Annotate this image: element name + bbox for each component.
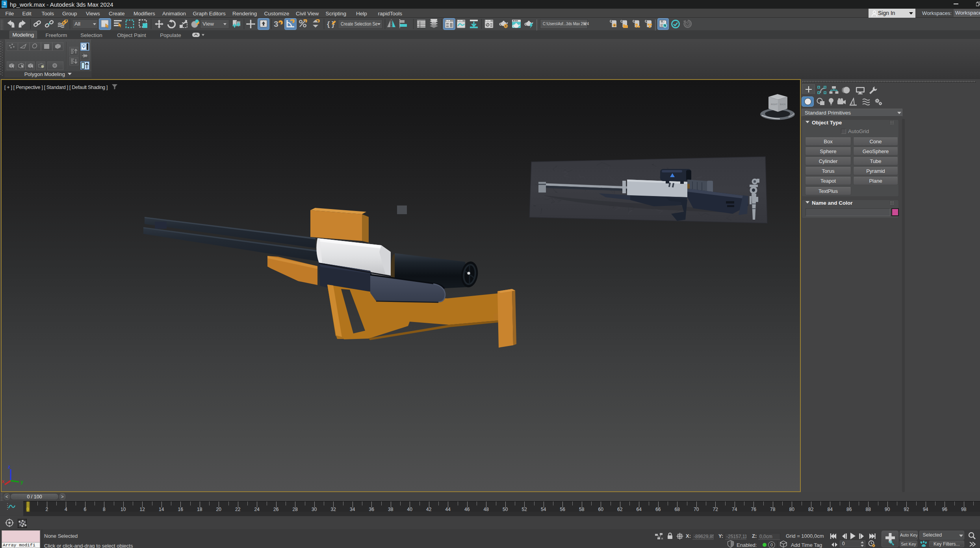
svg-text:RIGHT: RIGHT (771, 103, 778, 106)
svg-text:x: x (2, 478, 5, 484)
svg-text:0: 0 (770, 542, 773, 547)
svg-text:BACK: BACK (780, 103, 786, 106)
svg-text:{: { (327, 20, 330, 28)
svg-text:3: 3 (274, 19, 278, 28)
svg-text:y: y (20, 479, 24, 485)
svg-text:z: z (8, 464, 11, 470)
svg-text:3: 3 (3, 1, 6, 6)
svg-text:MAX: MAX (2, 6, 5, 8)
